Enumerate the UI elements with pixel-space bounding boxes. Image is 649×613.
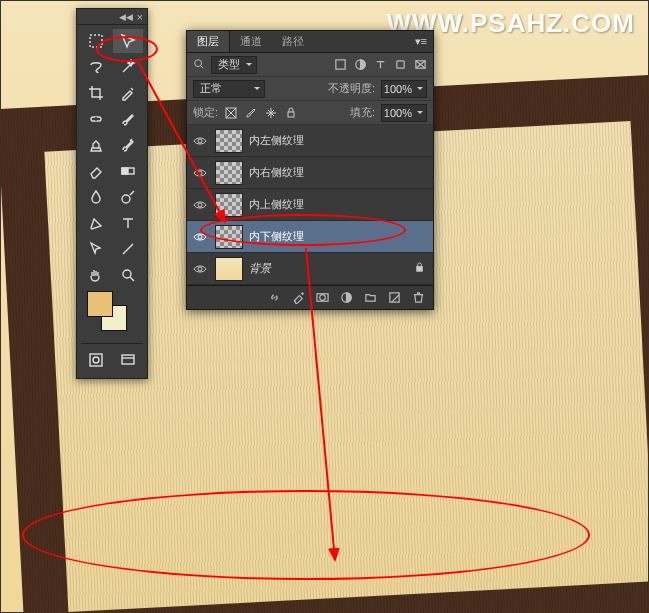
layer-thumbnail[interactable] (215, 129, 243, 153)
layer-thumbnail[interactable] (215, 161, 243, 185)
eraser-tool[interactable] (81, 159, 111, 183)
brush-tool[interactable] (113, 107, 143, 131)
dodge-tool[interactable] (113, 185, 143, 209)
svg-point-16 (198, 139, 202, 143)
eyedropper-tool[interactable] (113, 81, 143, 105)
layers-panel-footer (187, 285, 433, 309)
filter-row: 类型 (187, 53, 433, 77)
layer-mask-icon[interactable] (315, 291, 329, 305)
layer-thumbnail[interactable] (215, 193, 243, 217)
move-tool[interactable] (113, 29, 143, 53)
layer-thumbnail[interactable] (215, 257, 243, 281)
filter-adjust-icon[interactable] (353, 58, 367, 72)
layer-item[interactable]: 内右侧纹理 (187, 157, 433, 189)
svg-point-20 (198, 267, 202, 271)
clone-stamp-tool[interactable] (81, 133, 111, 157)
svg-rect-3 (122, 168, 128, 174)
layers-panel: 图层 通道 路径 ▾≡ 类型 正常 不透明度: 100% 锁定: 填充: 100… (186, 30, 434, 310)
svg-rect-21 (417, 267, 423, 272)
filter-type-icon[interactable] (373, 58, 387, 72)
filter-kind-icon[interactable] (193, 58, 205, 72)
lock-position-icon[interactable] (264, 106, 278, 120)
tool-panel: ◀◀ × (76, 8, 148, 379)
healing-brush-tool[interactable] (81, 107, 111, 131)
lock-pixels-icon[interactable] (244, 106, 258, 120)
layer-name[interactable]: 内左侧纹理 (249, 133, 304, 148)
svg-point-9 (195, 59, 202, 66)
blend-opacity-row: 正常 不透明度: 100% (187, 77, 433, 101)
panel-tabs: 图层 通道 路径 ▾≡ (187, 31, 433, 53)
visibility-toggle[interactable] (191, 132, 209, 150)
lock-icon (414, 262, 429, 275)
filter-smart-icon[interactable] (413, 58, 427, 72)
delete-layer-icon[interactable] (411, 291, 425, 305)
panel-menu-icon[interactable]: ▾≡ (409, 35, 433, 48)
blur-tool[interactable] (81, 185, 111, 209)
filter-type-select[interactable]: 类型 (211, 56, 257, 74)
svg-point-7 (93, 357, 99, 363)
color-swatch[interactable] (81, 289, 143, 339)
layer-item[interactable]: 背景 (187, 253, 433, 285)
crop-tool[interactable] (81, 81, 111, 105)
svg-rect-12 (396, 61, 403, 68)
lock-fill-row: 锁定: 填充: 100% (187, 101, 433, 125)
svg-rect-0 (90, 35, 102, 47)
tab-paths[interactable]: 路径 (272, 31, 314, 52)
visibility-toggle[interactable] (191, 164, 209, 182)
svg-rect-8 (122, 355, 134, 364)
layer-item[interactable]: 内下侧纹理 (187, 221, 433, 253)
type-tool[interactable] (113, 211, 143, 235)
layer-name[interactable]: 背景 (249, 261, 271, 276)
magic-wand-tool[interactable] (113, 55, 143, 79)
link-layers-icon[interactable] (267, 291, 281, 305)
lasso-tool[interactable] (81, 55, 111, 79)
svg-point-23 (319, 295, 325, 301)
filter-pixel-icon[interactable] (333, 58, 347, 72)
hand-tool[interactable] (81, 263, 111, 287)
layer-list: 内左侧纹理 内右侧纹理 内上侧纹理 内下侧纹理 背景 (187, 125, 433, 285)
svg-rect-25 (389, 293, 398, 302)
tab-channels[interactable]: 通道 (230, 31, 272, 52)
zoom-tool[interactable] (113, 263, 143, 287)
marquee-tool[interactable] (81, 29, 111, 53)
visibility-toggle[interactable] (191, 228, 209, 246)
quick-mask-tool[interactable] (81, 348, 111, 372)
svg-rect-6 (90, 354, 102, 366)
tool-panel-header: ◀◀ × (77, 9, 147, 25)
lock-all-icon[interactable] (284, 106, 298, 120)
new-layer-icon[interactable] (387, 291, 401, 305)
opacity-label: 不透明度: (328, 81, 375, 96)
line-tool[interactable] (113, 237, 143, 261)
layer-name[interactable]: 内上侧纹理 (249, 197, 304, 212)
layer-name[interactable]: 内下侧纹理 (249, 229, 304, 244)
group-icon[interactable] (363, 291, 377, 305)
layer-thumbnail[interactable] (215, 225, 243, 249)
blend-mode-select[interactable]: 正常 (193, 80, 265, 98)
svg-point-5 (123, 270, 131, 278)
collapse-icon[interactable]: ◀◀ (119, 12, 133, 22)
fill-input[interactable]: 100% (381, 104, 427, 122)
gradient-tool[interactable] (113, 159, 143, 183)
foreground-color[interactable] (87, 291, 113, 317)
screen-mode-tool[interactable] (113, 348, 143, 372)
fill-label: 填充: (350, 105, 375, 120)
close-icon[interactable]: × (137, 11, 143, 23)
tab-layers[interactable]: 图层 (187, 31, 230, 52)
filter-shape-icon[interactable] (393, 58, 407, 72)
svg-point-4 (122, 195, 130, 203)
layer-name[interactable]: 内右侧纹理 (249, 165, 304, 180)
layer-style-icon[interactable] (291, 291, 305, 305)
layer-item[interactable]: 内上侧纹理 (187, 189, 433, 221)
history-brush-tool[interactable] (113, 133, 143, 157)
lock-label: 锁定: (193, 105, 218, 120)
adjustment-layer-icon[interactable] (339, 291, 353, 305)
path-selection-tool[interactable] (81, 237, 111, 261)
visibility-toggle[interactable] (191, 260, 209, 278)
svg-point-19 (198, 235, 202, 239)
opacity-input[interactable]: 100% (381, 80, 427, 98)
lock-transparency-icon[interactable] (224, 106, 238, 120)
pen-tool[interactable] (81, 211, 111, 235)
visibility-toggle[interactable] (191, 196, 209, 214)
svg-point-17 (198, 171, 202, 175)
layer-item[interactable]: 内左侧纹理 (187, 125, 433, 157)
